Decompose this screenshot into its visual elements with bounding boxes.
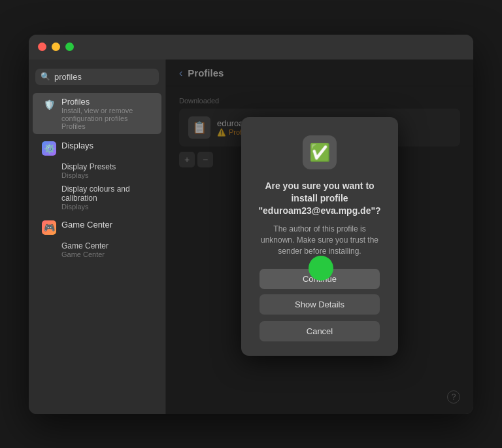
modal-title: Are you sure you want to install profile… xyxy=(258,180,380,217)
search-icon: 🔍 xyxy=(41,72,50,81)
game-center-icon: 🎮 xyxy=(42,220,56,235)
modal-buttons: Continue Show Details Cancel xyxy=(259,269,380,341)
sidebar-subitem-game-center[interactable]: Game Center Game Center xyxy=(33,239,161,261)
minimize-button[interactable] xyxy=(52,43,60,51)
show-details-button[interactable]: Show Details xyxy=(259,294,380,315)
sidebar: 🔍 ✕ 🛡️ Profiles Install, view or remove … xyxy=(29,60,166,414)
sidebar-section-game-center: 🎮 Game Center Game Center Game Center xyxy=(29,215,165,262)
content-area: ‹ Profiles Downloaded 📋 eduroam23@eva.mp… xyxy=(166,60,473,414)
sidebar-subitem-display-presets[interactable]: Display Presets Displays xyxy=(33,160,161,182)
continue-button[interactable]: Continue xyxy=(259,269,380,289)
search-bar[interactable]: 🔍 ✕ xyxy=(35,69,159,85)
modal-body: The author of this profile is unknown. M… xyxy=(259,224,380,256)
sidebar-subitem-display-colours[interactable]: Display colours and calibration Displays xyxy=(33,182,161,213)
app-window: 🔍 ✕ 🛡️ Profiles Install, view or remove … xyxy=(29,35,473,414)
game-center-sub-sub: Game Center xyxy=(61,250,155,258)
titlebar xyxy=(29,35,473,60)
sidebar-section-profiles: 🛡️ Profiles Install, view or remove conf… xyxy=(29,92,165,135)
displays-label: Displays xyxy=(61,141,93,150)
sidebar-item-game-center[interactable]: 🎮 Game Center xyxy=(33,216,161,239)
sidebar-item-profiles[interactable]: 🛡️ Profiles Install, view or remove conf… xyxy=(33,93,161,134)
display-presets-sub: Displays xyxy=(61,171,155,179)
profiles-icon: 🛡️ xyxy=(42,97,56,112)
game-center-label: Game Center xyxy=(61,220,112,230)
main-area: 🔍 ✕ 🛡️ Profiles Install, view or remove … xyxy=(29,60,473,414)
modal-icon: ✅ xyxy=(303,135,337,169)
profiles-label: Profiles xyxy=(61,97,155,107)
maximize-button[interactable] xyxy=(65,43,74,51)
close-button[interactable] xyxy=(38,43,46,51)
search-input[interactable] xyxy=(54,72,164,82)
displays-icon: ⚙️ xyxy=(42,141,56,156)
sidebar-item-displays[interactable]: ⚙️ Displays xyxy=(33,137,161,160)
display-colours-sub: Displays xyxy=(61,203,155,211)
profiles-sub2: Profiles xyxy=(61,122,155,130)
modal-overlay: ✅ Are you sure you want to install profi… xyxy=(166,60,473,414)
display-presets-label: Display Presets xyxy=(61,162,155,171)
cancel-button[interactable]: Cancel xyxy=(259,321,380,341)
game-center-sub-label: Game Center xyxy=(61,241,155,250)
sidebar-section-displays: ⚙️ Displays Display Presets Displays Dis… xyxy=(29,135,165,215)
checkmark-icon: ✅ xyxy=(309,143,330,163)
install-profile-dialog: ✅ Are you sure you want to install profi… xyxy=(241,117,398,355)
display-colours-label: Display colours and calibration xyxy=(61,184,155,203)
profiles-sublabel: Install, view or remove configuration pr… xyxy=(61,107,155,122)
